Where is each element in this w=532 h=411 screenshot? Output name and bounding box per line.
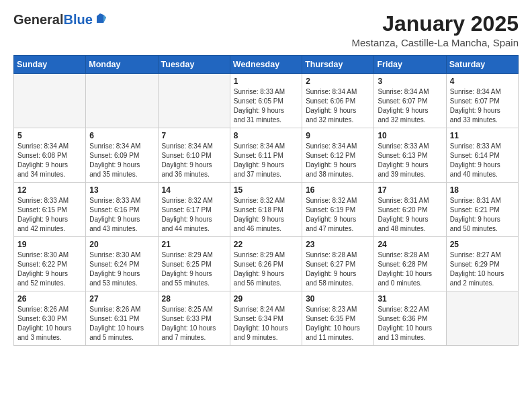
day-info: Sunrise: 8:29 AM Sunset: 6:25 PM Dayligh… [162, 250, 226, 288]
calendar-cell: 12Sunrise: 8:33 AM Sunset: 6:15 PM Dayli… [14, 183, 86, 237]
day-info: Sunrise: 8:30 AM Sunset: 6:22 PM Dayligh… [17, 250, 82, 288]
calendar-cell: 10Sunrise: 8:33 AM Sunset: 6:13 PM Dayli… [374, 128, 446, 183]
page-subtitle: Mestanza, Castille-La Mancha, Spain [352, 37, 519, 48]
day-info: Sunrise: 8:34 AM Sunset: 6:07 PM Dayligh… [450, 87, 515, 125]
day-info: Sunrise: 8:33 AM Sunset: 6:13 PM Dayligh… [378, 142, 442, 179]
day-number: 23 [306, 240, 370, 249]
day-info: Sunrise: 8:27 AM Sunset: 6:29 PM Dayligh… [450, 250, 515, 288]
page-title: January 2025 [352, 12, 519, 36]
day-number: 25 [450, 240, 515, 249]
calendar-header-friday: Friday [374, 56, 446, 74]
day-info: Sunrise: 8:31 AM Sunset: 6:20 PM Dayligh… [378, 196, 442, 234]
day-number: 5 [17, 131, 82, 140]
calendar-cell: 13Sunrise: 8:33 AM Sunset: 6:16 PM Dayli… [86, 183, 158, 237]
day-number: 19 [17, 240, 82, 249]
day-info: Sunrise: 8:34 AM Sunset: 6:12 PM Dayligh… [306, 142, 370, 179]
logo-general: General [13, 12, 63, 27]
day-number: 3 [378, 77, 442, 86]
calendar-cell: 1Sunrise: 8:33 AM Sunset: 6:05 PM Daylig… [230, 74, 302, 128]
svg-marker-1 [103, 15, 106, 23]
calendar-cell: 28Sunrise: 8:25 AM Sunset: 6:33 PM Dayli… [158, 291, 230, 346]
calendar-cell [158, 74, 230, 128]
calendar-cell: 3Sunrise: 8:34 AM Sunset: 6:07 PM Daylig… [374, 74, 446, 128]
day-info: Sunrise: 8:34 AM Sunset: 6:07 PM Dayligh… [378, 87, 442, 125]
day-info: Sunrise: 8:32 AM Sunset: 6:18 PM Dayligh… [234, 196, 298, 234]
day-info: Sunrise: 8:32 AM Sunset: 6:19 PM Dayligh… [306, 196, 370, 234]
day-number: 1 [234, 77, 298, 86]
calendar-cell [446, 291, 518, 346]
day-number: 18 [450, 185, 515, 195]
calendar-cell: 18Sunrise: 8:31 AM Sunset: 6:21 PM Dayli… [446, 183, 518, 237]
calendar-cell: 20Sunrise: 8:30 AM Sunset: 6:24 PM Dayli… [86, 237, 158, 291]
calendar-cell: 8Sunrise: 8:34 AM Sunset: 6:11 PM Daylig… [230, 128, 302, 183]
day-number: 12 [17, 185, 82, 195]
day-number: 16 [306, 185, 370, 195]
calendar-cell: 27Sunrise: 8:26 AM Sunset: 6:31 PM Dayli… [86, 291, 158, 346]
day-info: Sunrise: 8:24 AM Sunset: 6:34 PM Dayligh… [234, 305, 298, 342]
calendar-cell [14, 74, 86, 128]
calendar-header-thursday: Thursday [302, 56, 374, 74]
day-info: Sunrise: 8:34 AM Sunset: 6:10 PM Dayligh… [162, 142, 226, 179]
day-number: 4 [450, 77, 515, 86]
calendar-header-tuesday: Tuesday [158, 56, 230, 74]
day-number: 27 [89, 294, 154, 304]
calendar-header-saturday: Saturday [446, 56, 518, 74]
day-info: Sunrise: 8:34 AM Sunset: 6:08 PM Dayligh… [17, 142, 82, 179]
logo-blue: Blue [63, 12, 92, 27]
day-info: Sunrise: 8:33 AM Sunset: 6:16 PM Dayligh… [89, 196, 154, 234]
calendar-cell: 7Sunrise: 8:34 AM Sunset: 6:10 PM Daylig… [158, 128, 230, 183]
logo: GeneralBlue [13, 12, 106, 27]
calendar-cell: 23Sunrise: 8:28 AM Sunset: 6:27 PM Dayli… [302, 237, 374, 291]
day-number: 17 [378, 185, 442, 195]
calendar-cell: 22Sunrise: 8:29 AM Sunset: 6:26 PM Dayli… [230, 237, 302, 291]
calendar-cell: 30Sunrise: 8:23 AM Sunset: 6:35 PM Dayli… [302, 291, 374, 346]
calendar-week-row: 1Sunrise: 8:33 AM Sunset: 6:05 PM Daylig… [14, 74, 519, 128]
calendar-cell [86, 74, 158, 128]
day-number: 11 [450, 131, 515, 140]
calendar-cell: 21Sunrise: 8:29 AM Sunset: 6:25 PM Dayli… [158, 237, 230, 291]
day-number: 13 [89, 185, 154, 195]
day-info: Sunrise: 8:31 AM Sunset: 6:21 PM Dayligh… [450, 196, 515, 234]
day-info: Sunrise: 8:26 AM Sunset: 6:31 PM Dayligh… [89, 305, 154, 342]
day-number: 28 [162, 294, 226, 304]
calendar-cell: 31Sunrise: 8:22 AM Sunset: 6:36 PM Dayli… [374, 291, 446, 346]
calendar-cell: 24Sunrise: 8:28 AM Sunset: 6:28 PM Dayli… [374, 237, 446, 291]
day-number: 2 [306, 77, 370, 86]
calendar-cell: 16Sunrise: 8:32 AM Sunset: 6:19 PM Dayli… [302, 183, 374, 237]
header: GeneralBlue January 2025 Mestanza, Casti… [13, 12, 519, 48]
calendar-cell: 9Sunrise: 8:34 AM Sunset: 6:12 PM Daylig… [302, 128, 374, 183]
day-info: Sunrise: 8:30 AM Sunset: 6:24 PM Dayligh… [89, 250, 154, 288]
calendar-week-row: 12Sunrise: 8:33 AM Sunset: 6:15 PM Dayli… [14, 183, 519, 237]
day-number: 29 [234, 294, 298, 304]
day-number: 24 [378, 240, 442, 249]
day-number: 30 [306, 294, 370, 304]
calendar-week-row: 5Sunrise: 8:34 AM Sunset: 6:08 PM Daylig… [14, 128, 519, 183]
calendar-week-row: 26Sunrise: 8:26 AM Sunset: 6:30 PM Dayli… [14, 291, 519, 346]
day-number: 31 [378, 294, 442, 304]
calendar-header-wednesday: Wednesday [230, 56, 302, 74]
calendar-cell: 11Sunrise: 8:33 AM Sunset: 6:14 PM Dayli… [446, 128, 518, 183]
day-number: 26 [17, 294, 82, 304]
calendar-cell: 5Sunrise: 8:34 AM Sunset: 6:08 PM Daylig… [14, 128, 86, 183]
calendar-cell: 2Sunrise: 8:34 AM Sunset: 6:06 PM Daylig… [302, 74, 374, 128]
title-block: January 2025 Mestanza, Castille-La Manch… [352, 12, 519, 48]
calendar-header-monday: Monday [86, 56, 158, 74]
day-number: 21 [162, 240, 226, 249]
day-info: Sunrise: 8:29 AM Sunset: 6:26 PM Dayligh… [234, 250, 298, 288]
day-number: 20 [89, 240, 154, 249]
day-info: Sunrise: 8:34 AM Sunset: 6:09 PM Dayligh… [89, 142, 154, 179]
calendar-cell: 17Sunrise: 8:31 AM Sunset: 6:20 PM Dayli… [374, 183, 446, 237]
day-info: Sunrise: 8:26 AM Sunset: 6:30 PM Dayligh… [17, 305, 82, 342]
page: GeneralBlue January 2025 Mestanza, Casti… [0, 0, 532, 358]
day-info: Sunrise: 8:34 AM Sunset: 6:06 PM Dayligh… [306, 87, 370, 125]
calendar-cell: 4Sunrise: 8:34 AM Sunset: 6:07 PM Daylig… [446, 74, 518, 128]
day-number: 10 [378, 131, 442, 140]
day-info: Sunrise: 8:28 AM Sunset: 6:28 PM Dayligh… [378, 250, 442, 288]
calendar-table: SundayMondayTuesdayWednesdayThursdayFrid… [13, 55, 519, 346]
calendar-week-row: 19Sunrise: 8:30 AM Sunset: 6:22 PM Dayli… [14, 237, 519, 291]
day-number: 14 [162, 185, 226, 195]
calendar-cell: 14Sunrise: 8:32 AM Sunset: 6:17 PM Dayli… [158, 183, 230, 237]
calendar-cell: 26Sunrise: 8:26 AM Sunset: 6:30 PM Dayli… [14, 291, 86, 346]
calendar-cell: 25Sunrise: 8:27 AM Sunset: 6:29 PM Dayli… [446, 237, 518, 291]
calendar-cell: 29Sunrise: 8:24 AM Sunset: 6:34 PM Dayli… [230, 291, 302, 346]
